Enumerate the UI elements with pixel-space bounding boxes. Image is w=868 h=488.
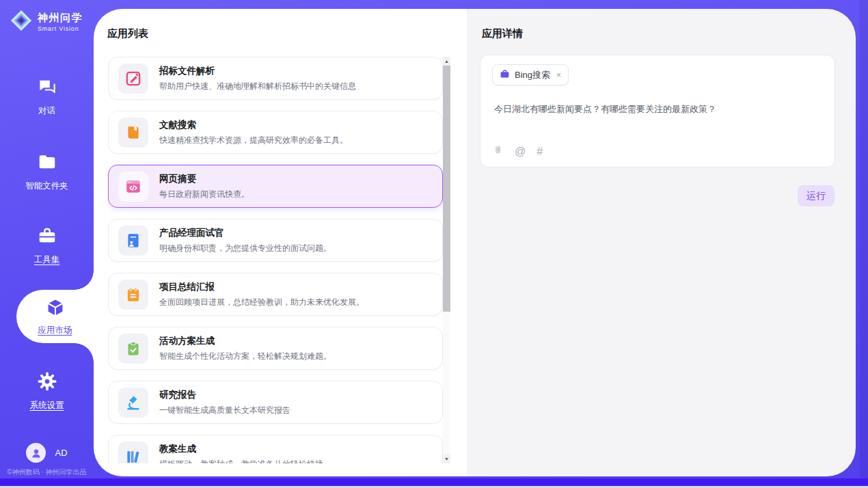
composer-toolbar: @ # bbox=[493, 144, 543, 159]
app-card-description: 一键智能生成高质量长文本研究报告 bbox=[159, 405, 290, 416]
clipboard-check-icon bbox=[118, 334, 148, 364]
app-card-description: 模板驱动，教案秒成，教学准备从此轻松快捷 bbox=[159, 459, 323, 464]
pen-edit-icon bbox=[118, 64, 148, 94]
app-card[interactable]: 网页摘要每日政府新闻资讯快查。 bbox=[108, 165, 443, 208]
sidebar-item-label: 对话 bbox=[38, 105, 55, 117]
app-card[interactable]: 产品经理面试官明确身份和职责，为您提供专业性的面试问题。 bbox=[108, 219, 443, 262]
run-button[interactable]: 运行 bbox=[798, 185, 835, 206]
app-card[interactable]: 活动方案生成智能生成个性化活动方案，轻松解决规划难题。 bbox=[108, 327, 443, 370]
app-card[interactable]: 招标文件解析帮助用户快速、准确地理解和解析招标书中的关键信息 bbox=[108, 57, 443, 100]
app-list-scrollbar[interactable]: ▲ ▼ bbox=[443, 57, 450, 463]
brand-logo: 神州问学 Smart Vision bbox=[10, 9, 83, 35]
diamond-logo-icon bbox=[10, 9, 33, 35]
app-list: 招标文件解析帮助用户快速、准确地理解和解析招标书中的关键信息 文献搜索快速精准查… bbox=[108, 57, 443, 463]
cube-icon bbox=[44, 297, 66, 321]
sidebar-item-label: 应用市场 bbox=[38, 325, 72, 336]
app-card-description: 每日政府新闻资讯快查。 bbox=[159, 189, 249, 200]
app-list-title: 应用列表 bbox=[107, 27, 148, 40]
user-avatar-icon bbox=[26, 443, 46, 463]
tool-tag-bing-search[interactable]: Bing搜索 × bbox=[492, 64, 569, 85]
query-text[interactable]: 今日湖北有哪些新闻要点？有哪些需要关注的最新政策？ bbox=[494, 103, 822, 116]
browser-code-icon bbox=[118, 172, 148, 202]
folder-icon bbox=[37, 152, 57, 175]
app-card-title: 研究报告 bbox=[159, 389, 290, 401]
content-area: 应用列表 招标文件解析帮助用户快速、准确地理解和解析招标书中的关键信息 文献搜索… bbox=[94, 9, 856, 476]
document-user-icon bbox=[118, 226, 148, 256]
sidebar-item-label: 智能文件夹 bbox=[25, 180, 68, 192]
app-card-description: 智能生成个性化活动方案，轻松解决规划难题。 bbox=[159, 351, 331, 362]
app-card-title: 教案生成 bbox=[159, 443, 323, 455]
app-card[interactable]: 研究报告一键智能生成高质量长文本研究报告 bbox=[108, 381, 443, 424]
sidebar-item-smart-folder[interactable]: 智能文件夹 bbox=[0, 152, 94, 192]
app-card[interactable]: 项目总结汇报全面回顾项目进展，总结经验教训，助力未来优化发展。 bbox=[108, 273, 443, 316]
books-icon bbox=[118, 442, 148, 464]
user-name: AD bbox=[55, 448, 67, 458]
tag-remove-icon[interactable]: × bbox=[556, 70, 561, 80]
scrollbar-up-arrow[interactable]: ▲ bbox=[443, 57, 450, 66]
app-card-description: 帮助用户快速、准确地理解和解析招标书中的关键信息 bbox=[159, 81, 356, 92]
hash-icon[interactable]: # bbox=[537, 146, 543, 157]
chat-icon bbox=[37, 77, 57, 100]
copyright-text: ©神州数码 · 神州问学出品 bbox=[0, 467, 94, 477]
sidebar-item-settings[interactable]: 系统设置 bbox=[0, 371, 94, 411]
app-list-panel: 应用列表 招标文件解析帮助用户快速、准确地理解和解析招标书中的关键信息 文献搜索… bbox=[94, 9, 467, 476]
paperclip-icon[interactable] bbox=[493, 144, 504, 159]
sidebar-item-chat[interactable]: 对话 bbox=[0, 77, 94, 117]
app-card-title: 网页摘要 bbox=[159, 173, 249, 185]
briefcase-icon bbox=[500, 69, 510, 81]
brand-subtitle: Smart Vision bbox=[38, 25, 83, 32]
tool-tag-label: Bing搜索 bbox=[515, 69, 550, 81]
app-card[interactable]: 教案生成模板驱动，教案秒成，教学准备从此轻松快捷 bbox=[108, 435, 443, 463]
microscope-icon bbox=[118, 388, 148, 418]
app-detail-title: 应用详情 bbox=[482, 27, 523, 40]
right-edge-strip bbox=[860, 0, 868, 478]
sidebar-item-toolset[interactable]: 工具集 bbox=[0, 226, 94, 266]
user-account[interactable]: AD bbox=[0, 443, 94, 463]
app-detail-panel: 应用详情 Bing搜索 × 今日湖北有哪些新闻要点？有哪些需要关注的最新政策？ bbox=[467, 9, 856, 476]
at-icon[interactable]: @ bbox=[515, 146, 526, 157]
toolbox-icon bbox=[37, 226, 57, 249]
book-icon bbox=[118, 118, 148, 148]
app-card-title: 项目总结汇报 bbox=[159, 281, 364, 293]
scrollbar-thumb[interactable] bbox=[443, 66, 450, 312]
app-card-description: 快速精准查找学术资源，提高研究效率的必备工具。 bbox=[159, 135, 348, 146]
app-card-description: 明确身份和职责，为您提供专业性的面试问题。 bbox=[159, 243, 331, 254]
sidebar-item-label: 系统设置 bbox=[30, 400, 64, 411]
bottom-accent-bar bbox=[0, 478, 868, 486]
notepad-icon bbox=[118, 280, 148, 310]
sidebar-item-label: 工具集 bbox=[34, 254, 60, 266]
app-card-title: 招标文件解析 bbox=[159, 65, 356, 77]
prompt-card: Bing搜索 × 今日湖北有哪些新闻要点？有哪些需要关注的最新政策？ @ # bbox=[480, 55, 835, 167]
scrollbar-down-arrow[interactable]: ▼ bbox=[443, 455, 450, 463]
gear-icon bbox=[37, 371, 57, 394]
app-card-description: 全面回顾项目进展，总结经验教训，助力未来优化发展。 bbox=[159, 297, 364, 308]
app-card-title: 活动方案生成 bbox=[159, 335, 331, 347]
app-card-title: 产品经理面试官 bbox=[159, 227, 331, 239]
brand-name: 神州问学 bbox=[38, 12, 83, 25]
sidebar: 神州问学 Smart Vision 对话 智能文件夹 工具集 bbox=[0, 0, 94, 478]
sidebar-item-app-market[interactable]: 应用市场 bbox=[16, 290, 94, 343]
app-card[interactable]: 文献搜索快速精准查找学术资源，提高研究效率的必备工具。 bbox=[108, 111, 443, 154]
app-card-title: 文献搜索 bbox=[159, 119, 348, 131]
